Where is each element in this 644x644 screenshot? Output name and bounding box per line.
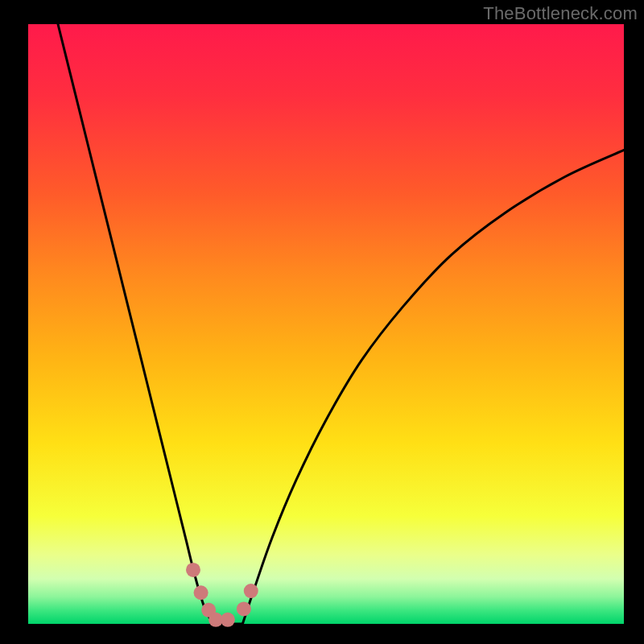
marker-dot [194,585,208,600]
watermark-text: TheBottleneck.com [483,3,638,24]
marker-dot [221,613,235,627]
chart-stage: TheBottleneck.com [0,0,644,644]
bottleneck-chart [0,0,644,644]
plot-background [28,24,624,624]
marker-dot [244,584,258,598]
marker-dot [237,601,251,616]
marker-dot [186,563,200,577]
